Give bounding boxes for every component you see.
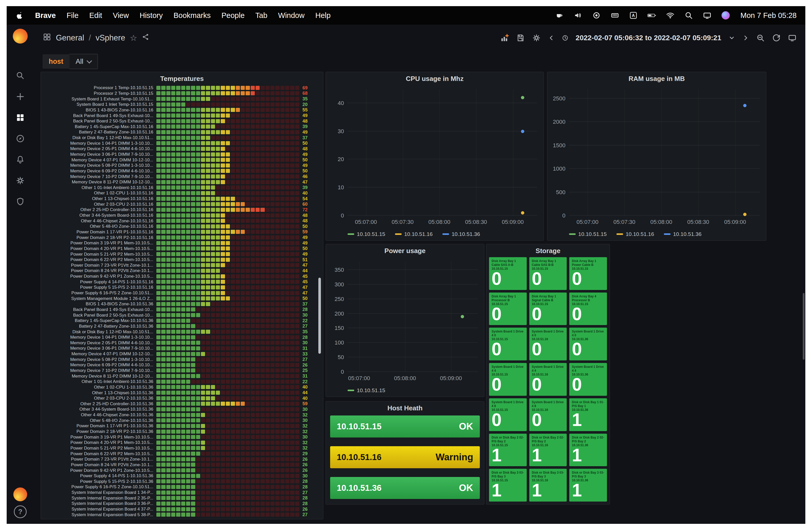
- temp-cell: [216, 285, 220, 290]
- temp-row-value: 22: [302, 379, 316, 384]
- temp-cell: [260, 457, 264, 461]
- avatar[interactable]: [13, 487, 27, 501]
- legend-item[interactable]: 10.10.51.16: [395, 231, 433, 237]
- grafana-logo-icon[interactable]: [13, 29, 28, 44]
- gridline-h: [348, 313, 478, 314]
- legend-item[interactable]: 10.10.51.15: [569, 231, 607, 237]
- menu-item-people[interactable]: People: [216, 11, 250, 19]
- legend-item[interactable]: 10.10.51.36: [664, 231, 701, 237]
- temp-cell: [271, 496, 275, 500]
- star-icon[interactable]: ☆: [130, 34, 137, 42]
- temp-cell: [216, 441, 220, 445]
- gear-icon[interactable]: [13, 173, 28, 188]
- temp-cell: [166, 390, 171, 395]
- panel-title[interactable]: Power usage: [326, 245, 484, 257]
- temp-cell: [280, 147, 285, 151]
- temp-cell: [196, 102, 200, 106]
- temp-cell: [246, 502, 250, 506]
- legend-item[interactable]: 10.10.51.15: [348, 387, 385, 394]
- panel-scrollbar[interactable]: [318, 278, 321, 353]
- add-panel-icon[interactable]: [500, 33, 509, 42]
- temp-cell: [241, 346, 245, 350]
- storage-tile: System Board 1 Drive 4 410.10.51.160: [529, 363, 567, 396]
- caret-down-icon[interactable]: [728, 34, 735, 41]
- temp-cell: [226, 97, 230, 101]
- save-icon[interactable]: [516, 33, 525, 42]
- plus-icon[interactable]: [13, 89, 28, 104]
- coffee-icon[interactable]: [555, 11, 564, 20]
- keyboard-icon[interactable]: [610, 11, 620, 20]
- temp-cell: [206, 474, 210, 478]
- breadcrumb-page[interactable]: vSphere: [96, 33, 125, 43]
- panel-title[interactable]: CPU usage in Mhz: [326, 72, 543, 85]
- temp-cell: [265, 507, 270, 511]
- variable-label[interactable]: host: [43, 54, 70, 69]
- menu-item-file[interactable]: File: [61, 11, 84, 19]
- dashboards-icon[interactable]: [13, 110, 28, 125]
- spotlight-icon[interactable]: [684, 11, 693, 20]
- temp-row-label: Disk or Disk Bay 1 12-HD Max-10.10.51...: [43, 330, 153, 334]
- menu-item-edit[interactable]: Edit: [84, 11, 107, 19]
- shield-icon[interactable]: [13, 194, 28, 209]
- menu-item-tab[interactable]: Tab: [250, 11, 273, 19]
- temp-row-value: 35: [302, 329, 316, 334]
- legend-item[interactable]: 10.10.51.16: [617, 231, 654, 237]
- temp-cell: [191, 114, 195, 118]
- panel-title[interactable]: Host Heath: [326, 402, 484, 414]
- menu-item-help[interactable]: Help: [310, 11, 336, 19]
- temp-cell: [265, 174, 270, 179]
- temp-row-value: 37: [302, 135, 316, 140]
- temp-cell: [251, 385, 255, 389]
- menu-item-history[interactable]: History: [134, 11, 168, 19]
- bell-icon[interactable]: [13, 152, 28, 167]
- menu-item-window[interactable]: Window: [273, 11, 310, 19]
- temp-cell: [271, 441, 275, 445]
- breadcrumb-section[interactable]: General: [56, 33, 84, 43]
- menu-item-bookmarks[interactable]: Bookmarks: [168, 11, 216, 19]
- apple-menu-icon[interactable]: [15, 10, 26, 20]
- input-source-icon[interactable]: A: [629, 11, 638, 20]
- dashboard-settings-icon[interactable]: [532, 33, 541, 42]
- temp-row-label: Memory Device 5 08-P2 DIMM 1-3-10.10...: [43, 163, 153, 167]
- wifi-icon[interactable]: [666, 11, 675, 20]
- compass-icon[interactable]: [13, 131, 28, 146]
- share-icon[interactable]: [142, 33, 149, 43]
- siri-icon[interactable]: [721, 11, 730, 20]
- temp-cell: [171, 102, 175, 106]
- temp-cell: [191, 352, 195, 356]
- battery-charging-icon[interactable]: [647, 11, 656, 20]
- menubar-clock[interactable]: Mon 7 Feb 05:28: [740, 11, 797, 20]
- temp-cell: [211, 147, 215, 151]
- temp-cell: [211, 280, 215, 284]
- cycle-view-icon[interactable]: [788, 33, 797, 42]
- temp-cell: [256, 446, 260, 450]
- panel-title[interactable]: RAM usage in MB: [548, 72, 766, 85]
- temp-cell: [275, 197, 279, 201]
- temp-cell: [201, 446, 205, 450]
- temp-cell: [156, 374, 160, 378]
- page-scrollbar[interactable]: [803, 293, 804, 360]
- variable-value-dropdown[interactable]: All: [70, 54, 98, 69]
- temp-cell: [211, 86, 215, 90]
- temp-cell: [226, 479, 230, 483]
- display-icon[interactable]: [702, 11, 712, 20]
- help-icon[interactable]: ?: [14, 505, 27, 518]
- menu-item-view[interactable]: View: [107, 11, 134, 19]
- legend-item[interactable]: 10.10.51.36: [443, 231, 480, 237]
- menu-item-brave[interactable]: Brave: [30, 11, 61, 19]
- temp-cell: [166, 269, 171, 273]
- dashboard-grid-icon[interactable]: [43, 32, 51, 43]
- zoom-out-icon[interactable]: [756, 33, 765, 42]
- refresh-icon[interactable]: [772, 33, 781, 42]
- search-icon[interactable]: [13, 68, 28, 83]
- volume-icon[interactable]: [574, 11, 583, 20]
- temp-cell: [260, 97, 264, 101]
- screen-record-icon[interactable]: [592, 11, 601, 20]
- chevron-left-icon[interactable]: [548, 34, 555, 41]
- panel-title[interactable]: Storage: [487, 245, 610, 257]
- legend-item[interactable]: 10.10.51.15: [348, 231, 385, 237]
- panel-title[interactable]: Temperatures: [41, 72, 323, 85]
- temp-cell: [265, 280, 270, 284]
- time-range[interactable]: 2022-02-07 05:06:32 to 2022-02-07 05:09:…: [576, 34, 721, 42]
- chevron-right-icon[interactable]: [742, 34, 749, 41]
